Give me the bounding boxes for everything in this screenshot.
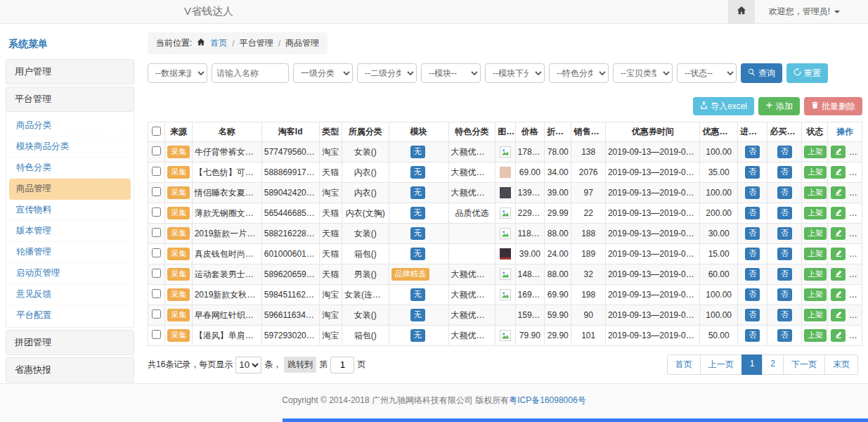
icp-link[interactable]: 粤ICP备16098006号 — [509, 395, 585, 405]
product-thumbnail — [500, 228, 511, 239]
must-buy-badge[interactable]: 否 — [777, 329, 792, 341]
import-select-badge[interactable]: 否 — [745, 268, 760, 280]
import-select-badge[interactable]: 否 — [745, 288, 760, 300]
import-select-badge[interactable]: 否 — [745, 248, 760, 260]
page-button-1[interactable]: 1 — [741, 354, 763, 375]
edit-button[interactable] — [831, 248, 846, 260]
edit-button[interactable] — [831, 329, 846, 342]
sidebar-item[interactable]: 商品分类 — [9, 115, 131, 136]
row-checkbox[interactable] — [152, 269, 161, 278]
edit-button[interactable] — [831, 186, 846, 199]
delete-button[interactable] — [850, 207, 862, 219]
sidebar-item[interactable]: 商品管理 — [9, 179, 131, 200]
user-menu[interactable]: 欢迎您，管理员! — [769, 6, 840, 18]
sidebar-item[interactable]: 轮播管理 — [9, 242, 131, 263]
page-button-首页[interactable]: 首页 — [667, 354, 701, 375]
filter-select[interactable]: --状态-- — [677, 63, 737, 83]
import-select-badge[interactable]: 否 — [745, 329, 760, 341]
delete-button[interactable] — [850, 288, 862, 301]
edit-button[interactable] — [831, 227, 846, 240]
must-buy-badge[interactable]: 否 — [777, 227, 792, 239]
page-button-上一页[interactable]: 上一页 — [700, 354, 742, 375]
trash-icon — [853, 147, 860, 157]
name-search-input[interactable] — [212, 63, 289, 83]
import-select-badge[interactable]: 否 — [745, 146, 760, 158]
row-checkbox[interactable] — [152, 228, 161, 237]
import-select-badge[interactable]: 否 — [745, 207, 760, 219]
delete-button[interactable] — [850, 268, 862, 281]
import-select-badge[interactable]: 否 — [745, 166, 760, 178]
row-checkbox[interactable] — [152, 187, 161, 196]
filter-select[interactable]: --特色分类-- — [549, 63, 609, 83]
delete-button[interactable] — [850, 166, 862, 179]
sidebar-group[interactable]: 省惠快报 — [6, 357, 134, 383]
row-checkbox[interactable] — [152, 167, 161, 176]
row-checkbox[interactable] — [152, 330, 161, 339]
delete-button[interactable] — [850, 227, 862, 240]
sidebar-group[interactable]: 用户管理 — [6, 59, 134, 84]
source-badge: 采集 — [167, 166, 190, 178]
sidebar-item[interactable]: 启动页管理 — [9, 263, 131, 284]
filter-select[interactable]: --宝贝类型-- — [613, 63, 673, 83]
import-select-badge[interactable]: 否 — [745, 227, 760, 239]
filter-select[interactable]: --二级分类-- — [357, 63, 417, 83]
sidebar-item[interactable]: 宣传物料 — [9, 200, 131, 221]
row-checkbox[interactable] — [152, 146, 161, 155]
jump-to-button[interactable]: 跳转到 — [284, 357, 316, 373]
delete-button[interactable] — [850, 186, 862, 199]
filter-select[interactable]: 一级分类 — [293, 63, 353, 83]
must-buy-badge[interactable]: 否 — [777, 207, 792, 219]
must-buy-badge[interactable]: 否 — [777, 186, 792, 198]
home-button[interactable] — [728, 0, 755, 23]
product-type: 淘宝 — [319, 305, 342, 326]
edit-button[interactable] — [831, 207, 846, 219]
page-button-末页[interactable]: 末页 — [824, 354, 858, 375]
query-button[interactable]: 查询 — [741, 63, 782, 83]
import-select-badge[interactable]: 否 — [745, 309, 760, 321]
select-all-checkbox[interactable] — [152, 127, 161, 136]
breadcrumb: 当前位置: 首页 / 平台管理 / 商品管理 — [148, 32, 328, 54]
filter-select[interactable]: --模块下分类-- — [485, 63, 545, 83]
sidebar-group[interactable]: 拼团管理 — [6, 330, 134, 355]
row-checkbox[interactable] — [152, 289, 161, 298]
delete-button[interactable] — [850, 309, 862, 321]
edit-button[interactable] — [831, 268, 846, 281]
edit-button[interactable] — [831, 166, 846, 179]
products-table: 来源 名称 淘客Id 类型 所属分类 模块 特色分类 图标 价格 折后价 销售数… — [148, 122, 862, 346]
jump-page-input[interactable] — [330, 357, 354, 373]
sidebar-item[interactable]: 意见反馈 — [9, 284, 131, 305]
sidebar-item[interactable]: 平台配置 — [9, 305, 131, 326]
import-excel-button[interactable]: 导入excel — [693, 97, 754, 115]
batch-delete-button[interactable]: 批量删除 — [804, 97, 862, 115]
filter-select[interactable]: --模块-- — [421, 63, 481, 83]
delete-button[interactable] — [850, 146, 862, 158]
edit-button[interactable] — [831, 146, 846, 158]
app-title: V省钱达人 — [184, 5, 233, 18]
must-buy-badge[interactable]: 否 — [777, 248, 792, 260]
import-select-badge[interactable]: 否 — [745, 186, 760, 198]
edit-button[interactable] — [831, 309, 846, 321]
sidebar-item[interactable]: 特色分类 — [9, 158, 131, 179]
delete-button[interactable] — [850, 329, 862, 342]
product-type: 淘宝 — [319, 326, 342, 346]
reset-button[interactable]: 重置 — [786, 63, 828, 83]
per-page-select[interactable]: 10 — [235, 357, 261, 373]
page-button-下一页[interactable]: 下一页 — [783, 354, 825, 375]
must-buy-badge[interactable]: 否 — [777, 288, 792, 300]
must-buy-badge[interactable]: 否 — [777, 166, 792, 178]
row-checkbox[interactable] — [152, 248, 161, 257]
must-buy-badge[interactable]: 否 — [777, 309, 792, 321]
delete-button[interactable] — [850, 248, 862, 260]
must-buy-badge[interactable]: 否 — [777, 146, 792, 158]
page-button-2[interactable]: 2 — [762, 354, 784, 375]
edit-button[interactable] — [831, 288, 846, 301]
must-buy-badge[interactable]: 否 — [777, 268, 792, 280]
filter-select[interactable]: --数据来源-- — [148, 63, 207, 83]
sidebar-item[interactable]: 模块商品分类 — [9, 136, 131, 158]
row-checkbox[interactable] — [152, 207, 161, 217]
row-checkbox[interactable] — [152, 309, 161, 319]
sidebar-item[interactable]: 版本管理 — [9, 221, 131, 242]
breadcrumb-home-link[interactable]: 首页 — [210, 37, 227, 49]
sidebar-group[interactable]: 平台管理 — [6, 87, 134, 112]
add-button[interactable]: 添加 — [758, 97, 800, 115]
